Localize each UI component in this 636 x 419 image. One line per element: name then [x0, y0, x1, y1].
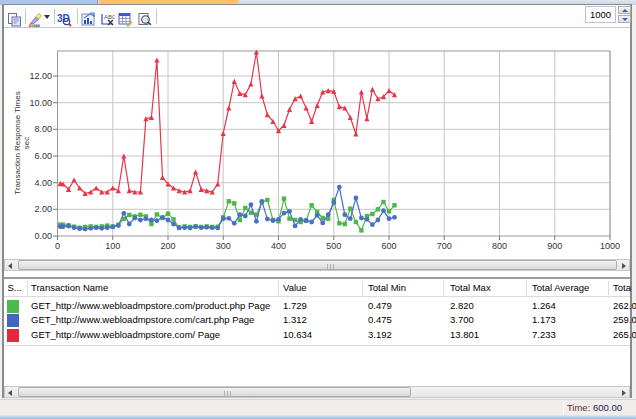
svg-text:10.00: 10.00 — [29, 98, 52, 108]
svg-text:Transaction Response Times: Transaction Response Times — [13, 91, 22, 194]
svg-text:200: 200 — [160, 241, 175, 251]
svg-text:8.00: 8.00 — [34, 124, 52, 134]
svg-text:0: 0 — [55, 241, 60, 251]
svg-text:700: 700 — [437, 241, 452, 251]
svg-text:300: 300 — [216, 241, 231, 251]
svg-text:6.00: 6.00 — [34, 151, 52, 161]
svg-text:0.00: 0.00 — [34, 231, 52, 241]
svg-text:2.00: 2.00 — [34, 204, 52, 214]
svg-text:800: 800 — [492, 241, 507, 251]
svg-text:4.00: 4.00 — [34, 178, 52, 188]
svg-text:sec: sec — [22, 137, 31, 149]
svg-text:400: 400 — [271, 241, 286, 251]
svg-text:100: 100 — [105, 241, 120, 251]
svg-text:500: 500 — [326, 241, 341, 251]
svg-text:12.00: 12.00 — [29, 71, 52, 81]
svg-text:600: 600 — [381, 241, 396, 251]
svg-text:1000: 1000 — [600, 241, 620, 251]
svg-text:900: 900 — [547, 241, 562, 251]
